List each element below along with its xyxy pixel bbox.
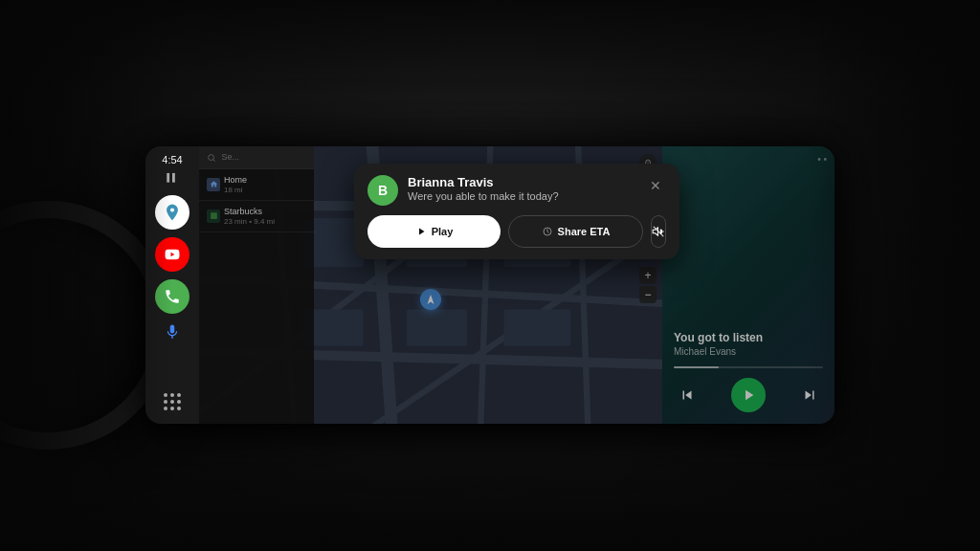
play-reply-button[interactable]: Play (368, 215, 501, 248)
signal-icon: ▌▌ (167, 173, 177, 182)
notification-overlay: B Brianna Travis Were you able to make i… (199, 146, 835, 424)
sidebar-item-youtube[interactable] (155, 237, 189, 272)
sidebar: 4:54 ▌▌ (145, 146, 199, 424)
sidebar-item-maps[interactable] (155, 195, 189, 230)
avatar-letter: B (378, 183, 388, 198)
notification-message: Were you able to make it today? (408, 190, 645, 202)
contact-avatar: B (368, 175, 398, 206)
android-auto-screen: 4:54 ▌▌ (145, 146, 835, 424)
notification-close-button[interactable]: ✕ (645, 175, 666, 196)
notification-sender: Brianna Travis (408, 175, 645, 189)
play-button-label: Play (432, 226, 454, 237)
notification-actions: Play Share ETA (368, 215, 666, 248)
share-eta-label: Share ETA (558, 226, 611, 237)
microphone-icon[interactable] (164, 323, 181, 344)
notification-header: B Brianna Travis Were you able to make i… (368, 175, 666, 206)
mute-button[interactable] (651, 215, 666, 248)
share-eta-button[interactable]: Share ETA (508, 215, 643, 248)
main-content: Se... Home 18 mi (199, 146, 835, 424)
notification-text-block: Brianna Travis Were you able to make it … (408, 175, 645, 202)
sidebar-item-phone[interactable] (155, 279, 189, 314)
notification-card: B Brianna Travis Were you able to make i… (354, 164, 679, 259)
app-grid-icon[interactable] (164, 393, 181, 410)
svg-line-21 (547, 231, 549, 233)
clock: 4:54 (162, 154, 182, 165)
